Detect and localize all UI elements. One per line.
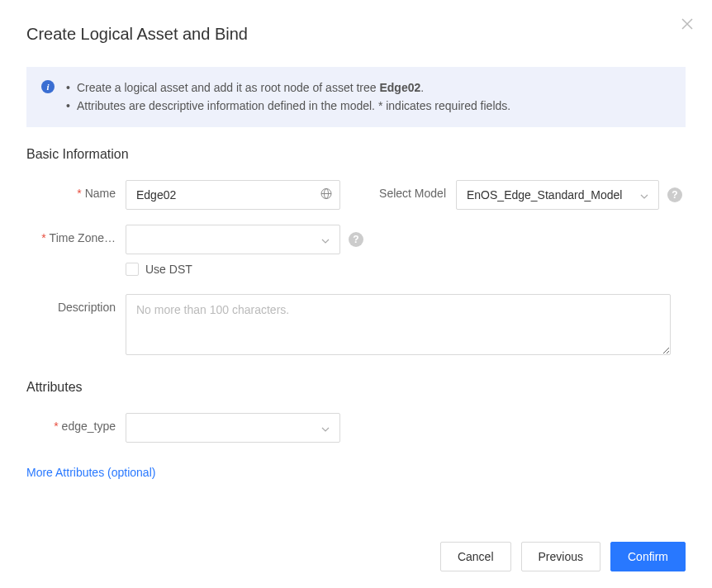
info-line1-prefix: Create a logical asset and add it as roo… [77,81,380,94]
more-attributes-link[interactable]: More Attributes (optional) [26,466,155,479]
info-line1-suffix: . [420,81,424,94]
description-label: Description [26,294,126,314]
help-icon[interactable]: ? [349,232,363,247]
model-select[interactable]: EnOS_Edge_Standard_Model [456,180,659,210]
timezone-select[interactable] [126,225,340,254]
cancel-button[interactable]: Cancel [440,542,511,571]
dst-checkbox[interactable] [126,263,139,276]
previous-button[interactable]: Previous [521,542,600,571]
chevron-down-icon [640,188,648,202]
timezone-label: *Time Zone… [26,225,126,244]
globe-icon[interactable] [320,187,332,202]
chevron-down-icon [321,233,330,246]
name-label: *Name [26,180,126,200]
dialog-title: Create Logical Asset and Bind [26,25,686,44]
confirm-button[interactable]: Confirm [610,542,686,571]
name-input[interactable] [126,180,340,210]
edgetype-label: *edge_type [26,413,126,433]
section-basic-info: Basic Information [26,147,686,162]
section-attributes: Attributes [26,380,686,395]
info-icon: i [41,80,55,93]
description-textarea[interactable] [126,294,671,355]
info-text: • Create a logical asset and add it as r… [66,78,510,116]
edgetype-select[interactable] [126,413,340,443]
dialog-footer: Cancel Previous Confirm [440,542,686,571]
model-select-value: EnOS_Edge_Standard_Model [467,188,622,202]
close-icon[interactable] [681,17,694,33]
info-line2: Attributes are descriptive information d… [77,97,510,115]
dst-label: Use DST [145,263,192,276]
help-icon[interactable]: ? [667,187,682,202]
chevron-down-icon [321,421,330,434]
info-banner: i • Create a logical asset and add it as… [26,67,686,127]
model-label: Select Model [357,180,456,200]
info-line1-bold: Edge02 [379,81,420,94]
